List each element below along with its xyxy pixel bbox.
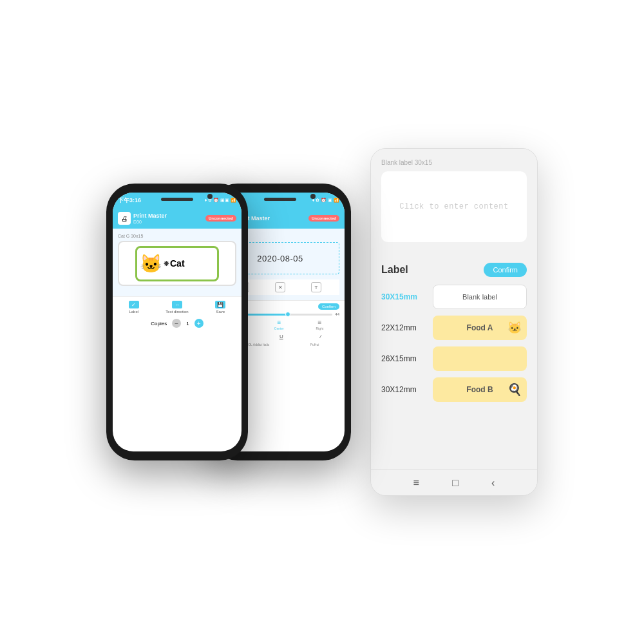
bottom-toolbar-1: ✓ Label ↔ Text direction 💾 Save (113, 296, 242, 316)
phone-2-camera (310, 194, 316, 199)
size-label-2: 26X15mm (381, 354, 426, 363)
home-icon[interactable]: □ (452, 477, 459, 489)
size-row-2: 26X15mm (381, 346, 527, 371)
toolbar-label-item[interactable]: ✓ Label (129, 301, 139, 314)
cat-label-preview[interactable]: 🐱 ❋ Cat (118, 241, 236, 286)
align-center-icon: ≡ (277, 319, 281, 326)
toolbar-save: Save (216, 310, 225, 314)
size-row-3: 30X12mm Food B 🍳 (381, 377, 527, 402)
cat-label-text: Cat (170, 258, 185, 269)
click-to-enter-text: Click to enter content (399, 202, 508, 211)
confirm-button-panel[interactable]: Confirm (484, 263, 527, 277)
panel-header-bar: Blank label 30x15 Click to enter content (371, 149, 537, 255)
screen1-content: Cat G 30x15 🐱 ❋ Cat (113, 229, 242, 296)
copies-count: 1 (186, 321, 189, 327)
toolbar-save-item[interactable]: 💾 Save (215, 301, 225, 314)
label-heading: Label (381, 264, 408, 276)
size-row-1: 22X12mm Food A 🐱 (381, 316, 527, 340)
template-blank-text: Blank label (462, 293, 497, 301)
unconnected-badge-2: Unconnected (308, 215, 339, 222)
toolbar-text-direction-item[interactable]: ↔ Text direction (166, 301, 188, 314)
status-time-1: 下午3:16 (118, 196, 141, 205)
status-icons-2: ♦ ✿ ⏰ ▣ 📶 (312, 198, 339, 203)
size-label-0: 30X15mm (381, 292, 426, 301)
toolbar-label: Label (129, 310, 138, 314)
align-right-label: Right (316, 327, 323, 330)
copies-plus-button[interactable]: + (194, 319, 204, 328)
app-title-1: Print Master (133, 213, 167, 220)
text-icon[interactable]: T (311, 282, 321, 292)
phone-2-speaker (264, 198, 296, 201)
date-text: 2020-08-05 (257, 254, 303, 263)
panel-nav-bar: ≡ □ ‹ (371, 469, 537, 495)
italic-button[interactable]: / (317, 333, 323, 340)
app-subtitle-1: D30 (133, 220, 167, 224)
food-b-icon: 🍳 (507, 383, 522, 397)
font2-label[interactable]: PuHui (310, 343, 319, 346)
confirm-button-phone2[interactable]: Confirm (318, 303, 339, 310)
slider-max-num: 44 (335, 312, 339, 316)
template-blank[interactable]: Blank label (433, 285, 527, 309)
toolbar-text-direction: Text direction (166, 310, 188, 314)
underline-button[interactable]: U (278, 333, 285, 340)
back-icon[interactable]: ‹ (491, 477, 495, 489)
save-icon: 💾 (215, 301, 225, 308)
label-section-header: Label Confirm (381, 263, 527, 277)
template-food-a[interactable]: Food A 🐱 (433, 316, 527, 340)
content-box[interactable]: Click to enter content (381, 171, 527, 242)
menu-icon[interactable]: ≡ (413, 477, 419, 489)
text-direction-icon: ↔ (172, 301, 182, 308)
align-center-label: Center (274, 327, 284, 330)
size-label-3: 30X12mm (381, 385, 426, 394)
label-section-title-1: Cat G 30x15 (118, 234, 236, 238)
label-icon: ✓ (129, 301, 139, 308)
cat-snowflake-icon: ❋ (164, 260, 169, 267)
phone-1-speaker (161, 198, 193, 201)
cat-emoji-icon: 🐱 (140, 253, 162, 274)
align-right-item[interactable]: ≡ Right (316, 319, 323, 330)
close-icon[interactable]: ✕ (275, 282, 285, 292)
align-right-icon: ≡ (317, 319, 321, 326)
copies-minus-button[interactable]: − (172, 319, 181, 328)
template-food-b[interactable]: Food B 🍳 (433, 377, 527, 402)
copies-row: Copies − 1 + (113, 316, 242, 330)
panel-title: Blank label 30x15 (381, 159, 527, 166)
phones-group: 下午3:16 ♦ ✿ ⏰ ▣▣ 📶 🖨 Print Master D30 Unc… (106, 184, 351, 460)
main-layout: 下午3:16 ♦ ✿ ⏰ ▣▣ 📶 🖨 Print Master D30 Unc… (0, 0, 644, 644)
food-a-text: Food A (467, 323, 493, 332)
app-header-left-1: 🖨 Print Master D30 (118, 212, 167, 225)
size-label-1: 22X12mm (381, 323, 426, 332)
align-center-item[interactable]: ≡ Center (274, 319, 284, 330)
size-row-0: 30X15mm Blank label (381, 285, 527, 309)
phone-1-camera (207, 194, 213, 199)
app-title-group-1: Print Master D30 (133, 213, 167, 224)
food-b-text: Food B (466, 385, 493, 394)
template-empty[interactable] (433, 346, 527, 371)
cat-label-inner: 🐱 ❋ Cat (135, 246, 219, 281)
phone-1-screen: 下午3:16 ♦ ✿ ⏰ ▣▣ 📶 🖨 Print Master D30 Unc… (113, 193, 242, 451)
phone-1: 下午3:16 ♦ ✿ ⏰ ▣▣ 📶 🖨 Print Master D30 Unc… (106, 184, 248, 460)
food-a-icon: 🐱 (507, 321, 522, 335)
slider-thumb[interactable] (285, 312, 290, 317)
cat-text-area: ❋ Cat (164, 258, 185, 269)
copies-label: Copies (151, 321, 167, 327)
third-panel: Blank label 30x15 Click to enter content… (370, 148, 538, 496)
unconnected-badge-1: Unconnected (205, 215, 236, 222)
app-header-1: 🖨 Print Master D30 Unconnected (113, 208, 242, 229)
label-section-panel: Label Confirm 30X15mm Blank label 22X12m… (371, 255, 537, 469)
printer-icon-1: 🖨 (118, 212, 131, 225)
